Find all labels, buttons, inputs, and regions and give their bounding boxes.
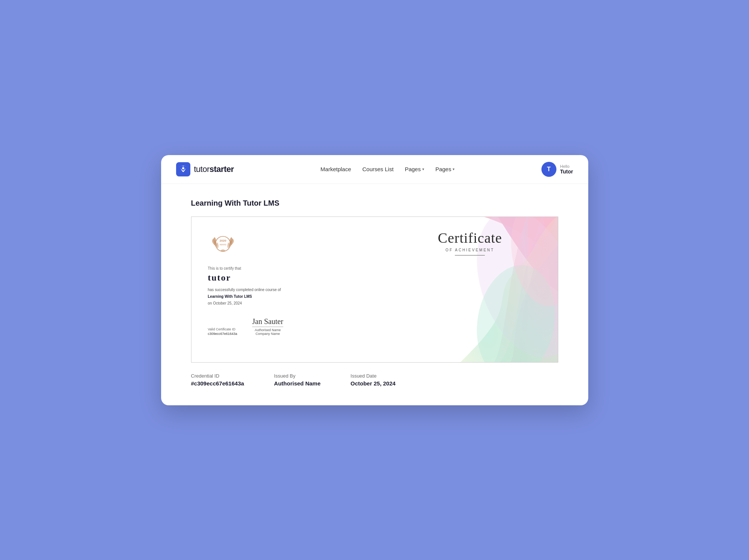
recipient-name: tutor [208, 273, 371, 283]
issued-date-label: Issued Date [351, 373, 396, 379]
chevron-down-icon: ▾ [422, 167, 424, 171]
hello-label: Hello [560, 164, 573, 169]
credential-id-value: #c309ecc67e61643a [191, 380, 244, 387]
issued-date-value: October 25, 2024 [351, 380, 396, 387]
nav-marketplace[interactable]: Marketplace [320, 166, 351, 172]
authorised-label: Authorised Name [252, 327, 283, 332]
issued-by-value: Authorised Name [274, 380, 320, 387]
signature-section: Jan Sauter Authorised Name Company Name [252, 317, 283, 336]
certificate-left: 2020 AWARD [191, 217, 382, 363]
signature: Jan Sauter [252, 317, 283, 326]
svg-point-1 [182, 167, 184, 169]
svg-text:AWARD: AWARD [219, 243, 226, 246]
user-area: T Hello Tutor [541, 162, 573, 177]
main-content: Learning With Tutor LMS 2020 AWARD [161, 184, 588, 405]
cert-id-value: c309ecc67e61643a [208, 332, 238, 336]
nav-courses-list[interactable]: Courses List [362, 166, 393, 172]
info-section: Credential ID #c309ecc67e61643a Issued B… [191, 373, 558, 387]
certificate-right-decor: Certificate OF ACHIEVEMENT [382, 217, 558, 363]
app-container: tutorstarter Marketplace Courses List Pa… [161, 155, 588, 405]
logo-icon [176, 162, 190, 176]
credential-id-label: Credential ID [191, 373, 244, 379]
chevron-down-icon-2: ▾ [453, 167, 454, 171]
svg-point-5 [221, 249, 225, 252]
nav-pages-2[interactable]: Pages ▾ [435, 166, 455, 172]
cert-subtitle: OF ACHIEVEMENT [382, 248, 558, 252]
certificate-card: 2020 AWARD [191, 217, 558, 363]
certify-text: This is to certify that [208, 266, 371, 270]
main-nav: Marketplace Courses List Pages ▾ Pages ▾ [320, 166, 454, 172]
issued-by-label: Issued By [274, 373, 320, 379]
completion-text: has successfully completed online course… [208, 287, 371, 307]
logo-tutor: tutor [194, 164, 210, 174]
nav-pages-1[interactable]: Pages ▾ [405, 166, 424, 172]
issued-by-item: Issued By Authorised Name [274, 373, 320, 387]
credential-id-item: Credential ID #c309ecc67e61643a [191, 373, 244, 387]
company-label: Company Name [252, 332, 283, 336]
svg-text:2020: 2020 [220, 239, 226, 242]
logo-area: tutorstarter [176, 162, 234, 176]
avatar: T [541, 162, 556, 177]
award-badge: 2020 AWARD [208, 230, 238, 260]
logo-text: tutorstarter [194, 164, 234, 174]
cert-id-section: Valid Certificate ID c309ecc67e61643a [208, 327, 238, 336]
cert-subtitle-line [455, 255, 485, 255]
cert-main-title: Certificate [382, 230, 558, 246]
header: tutorstarter Marketplace Courses List Pa… [161, 155, 588, 184]
user-name: Tutor [560, 169, 573, 175]
page-title: Learning With Tutor LMS [191, 199, 558, 208]
cert-footer: Valid Certificate ID c309ecc67e61643a Ja… [208, 317, 371, 336]
user-info: Hello Tutor [560, 164, 573, 175]
issued-date-item: Issued Date October 25, 2024 [351, 373, 396, 387]
certificate-heading-overlay: Certificate OF ACHIEVEMENT [382, 230, 558, 255]
valid-cert-label: Valid Certificate ID [208, 327, 238, 331]
certificate-inner: 2020 AWARD [191, 217, 558, 363]
logo-starter: starter [209, 164, 234, 174]
